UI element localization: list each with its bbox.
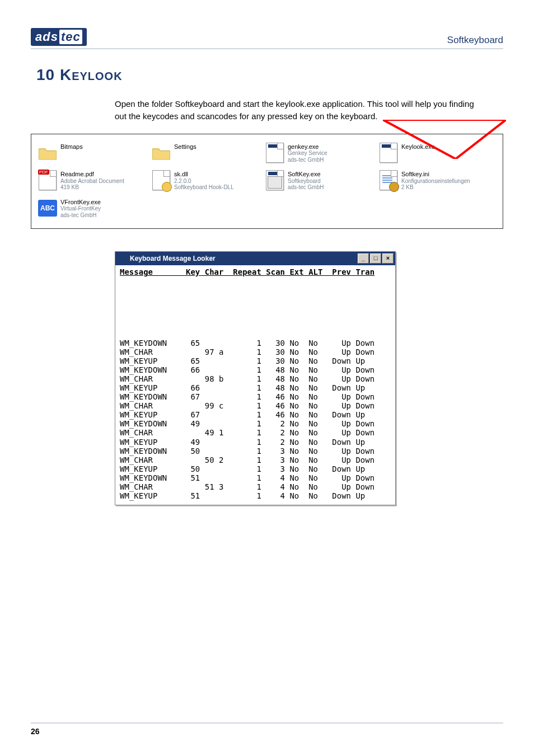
- file-item-meta: Virtual-FrontKey: [60, 205, 101, 212]
- explorer-file-item[interactable]: Softkey.iniKonfigurationseinstellungen2 …: [379, 171, 488, 191]
- file-item-meta: 419 KB: [60, 184, 124, 191]
- file-item-text: Readme.pdfAdobe Acrobat Document419 KB: [60, 171, 124, 191]
- explorer-file-item[interactable]: Settings: [152, 143, 261, 163]
- folder-icon: [38, 143, 57, 162]
- file-item-name: genkey.exe: [288, 143, 327, 151]
- file-item-text: Keylook.exe: [401, 143, 435, 151]
- keylook-row: WM_KEYDOWN 50 1 3 No No Up Down: [120, 447, 391, 456]
- doc-title: Softkeyboard: [447, 35, 503, 46]
- file-item-meta: 2 KB: [401, 184, 470, 191]
- keylook-row: WM_KEYUP 66 1 48 No No Down Up: [120, 383, 391, 392]
- keylook-row: WM_CHAR 98 b 1 48 No No Up Down: [120, 374, 391, 383]
- keylook-rows: WM_KEYDOWN 65 1 30 No No Up DownWM_CHAR …: [120, 339, 391, 501]
- logo: adstec: [31, 28, 87, 46]
- app-icon: [119, 255, 127, 262]
- keylook-row: WM_KEYDOWN 49 1 2 No No Up Down: [120, 419, 391, 428]
- keylook-row: WM_KEYDOWN 67 1 46 No No Up Down: [120, 392, 391, 401]
- softkey-exe-icon: [265, 171, 284, 190]
- chapter-heading: 10 Keylook: [36, 66, 503, 84]
- keylook-row: WM_KEYUP 50 1 3 No No Down Up: [120, 464, 391, 473]
- file-item-name: sk.dll: [174, 171, 234, 178]
- explorer-file-item[interactable]: sk.dll2.2.0.0Softkeyboard Hook-DLL: [152, 171, 261, 191]
- file-item-meta: ads-tec GmbH: [288, 157, 327, 163]
- page-header: adstec Softkeyboard: [31, 28, 503, 49]
- keylook-title-text: Keyboard Message Looker: [130, 255, 216, 263]
- file-item-text: genkey.exeGenkey Serviceads-tec GmbH: [288, 143, 327, 163]
- explorer-file-item[interactable]: genkey.exeGenkey Serviceads-tec GmbH: [265, 143, 374, 163]
- file-item-meta: Softkeyboard Hook-DLL: [174, 184, 234, 191]
- file-item-meta: ads-tec GmbH: [288, 184, 324, 191]
- exe-file-icon: [265, 143, 284, 162]
- keylook-row: WM_CHAR 49 1 1 2 No No Up Down: [120, 428, 391, 437]
- file-item-name: VFrontKey.exe: [60, 199, 101, 206]
- keylook-row: WM_CHAR 97 a 1 30 No No Up Down: [120, 348, 391, 356]
- keylook-body: Message Key Char Repeat Scan Ext ALT Pre…: [115, 265, 395, 505]
- keylook-row: WM_CHAR 51 3 1 4 No No Up Down: [120, 482, 391, 491]
- vfrontkey-icon: ABC: [38, 199, 57, 218]
- exe-file-icon: [379, 143, 398, 162]
- explorer-file-item[interactable]: Bitmaps: [38, 143, 147, 163]
- maximize-button[interactable]: □: [370, 253, 381, 264]
- close-button[interactable]: ×: [382, 253, 394, 264]
- keylook-row: WM_CHAR 99 c 1 46 No No Up Down: [120, 401, 391, 410]
- file-item-text: Bitmaps: [60, 143, 83, 151]
- keylook-row: WM_KEYUP 65 1 30 No No Down Up: [120, 356, 391, 365]
- keylook-row: WM_KEYUP 67 1 46 No No Down Up: [120, 410, 391, 419]
- keylook-row: WM_KEYDOWN 66 1 48 No No Up Down: [120, 365, 391, 374]
- explorer-screenshot: BitmapsSettingsgenkey.exeGenkey Servicea…: [31, 134, 503, 229]
- keylook-window: Keyboard Message Looker _ □ × Message Ke…: [115, 251, 396, 505]
- folder-icon: [152, 143, 171, 162]
- logo-left: ads: [35, 30, 58, 44]
- file-item-text: Softkey.iniKonfigurationseinstellungen2 …: [401, 171, 470, 191]
- keylook-titlebar[interactable]: Keyboard Message Looker _ □ ×: [115, 252, 395, 265]
- explorer-file-item[interactable]: ABCVFrontKey.exeVirtual-FrontKeyads-tec …: [38, 199, 147, 219]
- file-item-name: Softkey.ini: [401, 171, 470, 178]
- keylook-row: WM_KEYUP 49 1 2 No No Down Up: [120, 438, 391, 447]
- explorer-file-item[interactable]: SoftKey.exeSoftkeyboardads-tec GmbH: [265, 171, 374, 191]
- file-item-meta: 2.2.0.0: [174, 178, 234, 185]
- keylook-row: WM_CHAR 50 2 1 3 No No Up Down: [120, 456, 391, 464]
- keylook-row: WM_KEYDOWN 51 1 4 No No Up Down: [120, 473, 391, 482]
- file-item-name: Readme.pdf: [60, 171, 124, 178]
- explorer-file-item[interactable]: PDFReadme.pdfAdobe Acrobat Document419 K…: [38, 171, 147, 191]
- file-item-name: SoftKey.exe: [288, 171, 324, 178]
- file-item-meta: Konfigurationseinstellungen: [401, 178, 470, 185]
- keylook-row: WM_KEYDOWN 65 1 30 No No Up Down: [120, 339, 391, 348]
- file-item-text: sk.dll2.2.0.0Softkeyboard Hook-DLL: [174, 171, 234, 191]
- file-item-name: Settings: [174, 143, 196, 151]
- file-item-meta: Genkey Service: [288, 150, 327, 157]
- page-footer: 26: [31, 722, 503, 736]
- file-item-text: VFrontKey.exeVirtual-FrontKeyads-tec Gmb…: [60, 199, 101, 219]
- file-item-text: Settings: [174, 143, 196, 151]
- file-item-meta: Softkeyboard: [288, 178, 324, 185]
- file-item-text: SoftKey.exeSoftkeyboardads-tec GmbH: [288, 171, 324, 191]
- keylook-row: WM_KEYUP 51 1 4 No No Down Up: [120, 491, 391, 500]
- body-paragraph: Open the folder Softkeyboard and start t…: [115, 98, 481, 123]
- page-number: 26: [31, 727, 40, 736]
- explorer-file-item[interactable]: Keylook.exe: [379, 143, 488, 163]
- file-item-meta: Adobe Acrobat Document: [60, 178, 124, 185]
- file-item-name: Keylook.exe: [401, 143, 435, 151]
- keylook-columns: Message Key Char Repeat Scan Ext ALT Pre…: [120, 267, 391, 276]
- file-item-name: Bitmaps: [60, 143, 83, 151]
- logo-right: tec: [59, 30, 82, 44]
- file-item-meta: ads-tec GmbH: [60, 212, 101, 219]
- minimize-button[interactable]: _: [358, 253, 369, 264]
- ini-file-icon: [379, 171, 398, 190]
- dll-file-icon: [152, 171, 171, 190]
- pdf-file-icon: PDF: [38, 171, 57, 190]
